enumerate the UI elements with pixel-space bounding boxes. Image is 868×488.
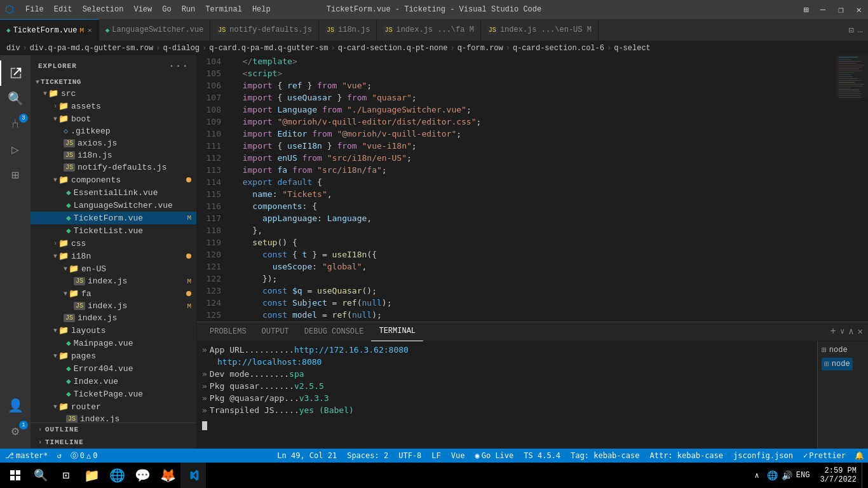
panel-add-icon[interactable]: + xyxy=(830,326,836,337)
panel-close-icon[interactable]: ✕ xyxy=(858,326,863,337)
breadcrumb-qselect[interactable]: q-select xyxy=(614,44,651,53)
layout-icon[interactable]: ⊞ xyxy=(798,4,813,15)
tab-notify-defaults[interactable]: JS notify-defaults.js xyxy=(210,19,319,41)
tab-languageswitcher[interactable]: ◆ LanguageSwitcher.vue xyxy=(99,19,211,41)
node-instance-1[interactable]: ⊞ node xyxy=(822,345,848,355)
tree-item-ticketpage[interactable]: ◆ TicketPage.vue xyxy=(31,388,196,400)
tree-item-pages[interactable]: ▼ 📁 pages xyxy=(31,349,196,362)
tree-item-error404[interactable]: ◆ Error404.vue xyxy=(31,362,196,375)
breadcrumb-qcardsection2[interactable]: q-card-section.col-6 xyxy=(513,44,604,53)
panel-tab-output[interactable]: OUTPUT xyxy=(254,322,297,341)
activity-run[interactable]: ▷ xyxy=(0,137,31,162)
tree-item-gitkeep[interactable]: ◇ .gitkeep xyxy=(31,125,196,137)
network-icon[interactable]: 🌐 xyxy=(767,470,778,481)
tree-item-i18n[interactable]: ▼ 📁 i18n xyxy=(31,250,196,262)
tab-index-fa[interactable]: JS index.js ...\fa M xyxy=(377,19,480,41)
taskbar-icon-skype[interactable]: 💬 xyxy=(130,463,155,488)
activity-source-control[interactable]: ⑃ 3 xyxy=(0,111,31,137)
tree-item-index-fa[interactable]: JS index.js M xyxy=(31,300,196,312)
tree-item-index-i18n[interactable]: JS index.js xyxy=(31,312,196,324)
start-button[interactable] xyxy=(3,463,28,488)
tab-i18n[interactable]: JS i18n.js xyxy=(319,19,377,41)
taskbar-time-display[interactable]: 2:59 PM 3/7/2022 xyxy=(815,466,862,484)
tree-root[interactable]: ▼ TICKETING xyxy=(31,77,196,87)
close-button[interactable]: ✕ xyxy=(850,4,868,15)
menu-view[interactable]: View xyxy=(128,5,157,14)
statusbar-attr[interactable]: Attr: kebab-case xyxy=(644,449,728,463)
tree-item-index-router[interactable]: JS index.js xyxy=(31,413,196,423)
menu-run[interactable]: Run xyxy=(177,5,201,14)
tree-item-layouts[interactable]: ▼ 📁 layouts xyxy=(31,324,196,337)
tree-item-css[interactable]: › 📁 css xyxy=(31,237,196,250)
breadcrumb-qdialog[interactable]: q-dialog xyxy=(163,44,200,53)
battery-icon[interactable]: ENG xyxy=(796,471,810,480)
activity-extensions[interactable]: ⊞ xyxy=(0,162,31,187)
maximize-button[interactable]: ❐ xyxy=(832,4,850,15)
split-editor-icon[interactable]: ⊡ xyxy=(848,25,853,36)
menu-edit[interactable]: Edit xyxy=(49,5,78,14)
tree-item-i18n-boot[interactable]: JS i18n.js xyxy=(31,149,196,161)
taskbar-chevron-up[interactable]: ∧ xyxy=(752,471,762,480)
taskbar-task-view[interactable]: ⊡ xyxy=(53,463,79,488)
tree-item-assets[interactable]: › 📁 assets xyxy=(31,100,196,112)
menu-terminal[interactable]: Terminal xyxy=(200,5,247,14)
taskbar-icon-explorer[interactable]: 📁 xyxy=(79,463,104,488)
statusbar-jsconfig[interactable]: jsconfig.json xyxy=(728,449,798,463)
breadcrumb-qcardsection[interactable]: q-card-section.q-pt-none xyxy=(338,44,448,53)
tree-item-src[interactable]: ▼ 📁 src xyxy=(31,87,196,100)
tree-item-ticketlist[interactable]: ◆ TicketList.vue xyxy=(31,224,196,237)
terminal-content[interactable]: » App URL.......... http://172.16.3.62:8… xyxy=(197,341,817,449)
panel-tab-problems[interactable]: PROBLEMS xyxy=(202,322,254,341)
tree-item-ls[interactable]: ◆ LanguageSwitcher.vue xyxy=(31,199,196,212)
tree-item-components[interactable]: ▼ 📁 components xyxy=(31,173,196,186)
tree-item-mainpage[interactable]: ◆ Mainpage.vue xyxy=(31,337,196,349)
activity-account[interactable]: 👤 xyxy=(0,393,31,418)
tab-index-en-us[interactable]: JS index.js ...\en-US M xyxy=(481,19,599,41)
taskbar-search[interactable]: 🔍 xyxy=(28,463,53,488)
activity-search[interactable]: 🔍 xyxy=(0,86,31,111)
taskbar-icon-edge[interactable]: 🌐 xyxy=(104,463,130,488)
panel-tab-debug[interactable]: DEBUG CONSOLE xyxy=(297,322,372,341)
minimize-button[interactable]: — xyxy=(814,4,832,15)
node-instance-2[interactable]: ⊞ node xyxy=(822,358,853,370)
breadcrumb-qformrow[interactable]: q-form.row xyxy=(458,44,503,53)
statusbar-eol[interactable]: LF xyxy=(426,449,445,463)
statusbar-prettier[interactable]: ✓ Prettier xyxy=(798,449,851,463)
menu-selection[interactable]: Selection xyxy=(78,5,129,14)
activity-explorer[interactable] xyxy=(0,60,31,86)
menu-help[interactable]: Help xyxy=(247,5,276,14)
statusbar-spaces[interactable]: Spaces: 2 xyxy=(342,449,393,463)
panel-dropdown-icon[interactable]: ∨ xyxy=(840,327,844,336)
outline-section[interactable]: › OUTLINE xyxy=(31,423,196,436)
statusbar-lang[interactable]: Vue xyxy=(446,449,470,463)
tree-item-boot[interactable]: ▼ 📁 boot xyxy=(31,112,196,125)
tree-item-ticketform[interactable]: ◆ TicketForm.vue M xyxy=(31,212,196,224)
activity-settings[interactable]: ⚙ 1 xyxy=(0,418,31,444)
volume-icon[interactable]: 🔊 xyxy=(782,470,792,481)
explorer-more-icon[interactable]: ··· xyxy=(168,60,189,72)
tree-item-router[interactable]: ▼ 📁 router xyxy=(31,400,196,413)
statusbar-golive[interactable]: ◉ Go Live xyxy=(470,449,519,463)
menu-file[interactable]: File xyxy=(20,5,49,14)
breadcrumb-div1[interactable]: div xyxy=(6,44,20,53)
taskbar-show-desktop[interactable] xyxy=(862,463,865,488)
taskbar-icon-vscode[interactable] xyxy=(180,463,206,488)
statusbar-errors[interactable]: ⓪ 0 △ 0 xyxy=(65,449,103,463)
more-tabs-icon[interactable]: … xyxy=(858,25,863,35)
code-content[interactable]: </template> <script> import { ref } from… xyxy=(227,55,836,322)
code-editor[interactable]: 104 105 106 107 108 109 110 111 112 113 … xyxy=(197,55,868,322)
statusbar-sync[interactable]: ↺ xyxy=(53,449,65,463)
tab-ticketform-close[interactable]: ✕ xyxy=(88,26,92,34)
statusbar-position[interactable]: Ln 49, Col 21 xyxy=(272,449,342,463)
menu-go[interactable]: Go xyxy=(157,5,176,14)
tree-item-fa[interactable]: ▼ 📁 fa xyxy=(31,287,196,300)
breadcrumb-qcard[interactable]: q-card.q-pa-md.q-gutter-sm xyxy=(209,44,328,53)
statusbar-notification[interactable]: 🔔 xyxy=(851,449,868,463)
panel-tab-terminal[interactable]: TERMINAL xyxy=(371,322,423,341)
tree-item-notify[interactable]: JS notify-defaults.js xyxy=(31,161,196,173)
panel-up-icon[interactable]: ∧ xyxy=(848,326,853,337)
taskbar-icon-firefox[interactable]: 🦊 xyxy=(155,463,180,488)
tab-ticketform[interactable]: ◆ TicketForm.vue M ✕ xyxy=(0,19,99,41)
tree-item-essentiallink[interactable]: ◆ EssentialLink.vue xyxy=(31,186,196,199)
tree-item-en-us[interactable]: ▼ 📁 en-US xyxy=(31,262,196,275)
